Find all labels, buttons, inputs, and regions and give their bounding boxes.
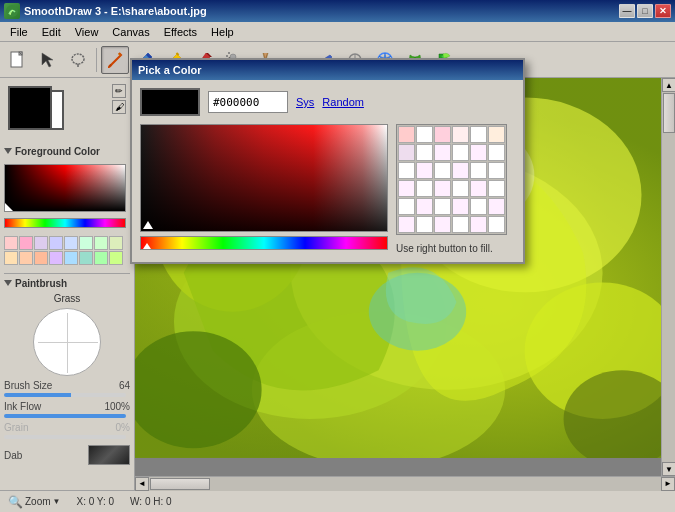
- scroll-track-horizontal[interactable]: [149, 477, 661, 491]
- svg-point-11: [228, 52, 230, 54]
- swatch-cell[interactable]: [416, 162, 433, 179]
- swatch-cell[interactable]: [488, 180, 505, 197]
- swatch-cell[interactable]: [470, 162, 487, 179]
- swatch-cell[interactable]: [488, 198, 505, 215]
- color-cell[interactable]: [4, 251, 18, 265]
- brush-size-value: 64: [119, 380, 130, 391]
- swatch-cell[interactable]: [452, 162, 469, 179]
- tool-select-arrow[interactable]: [34, 46, 62, 74]
- swatch-cell[interactable]: [434, 180, 451, 197]
- color-cell[interactable]: [34, 251, 48, 265]
- swatch-cell[interactable]: [398, 180, 415, 197]
- brush-size-slider[interactable]: [4, 393, 126, 397]
- swatch-cell[interactable]: [452, 144, 469, 161]
- swatch-cell[interactable]: [434, 198, 451, 215]
- swatch-cell[interactable]: [470, 198, 487, 215]
- zoom-control[interactable]: 🔍 Zoom ▼: [8, 495, 60, 509]
- svg-point-5: [72, 54, 84, 64]
- menu-edit[interactable]: Edit: [36, 24, 67, 40]
- color-cell[interactable]: [19, 251, 33, 265]
- color-cell[interactable]: [49, 236, 63, 250]
- menu-canvas[interactable]: Canvas: [106, 24, 155, 40]
- scroll-right-button[interactable]: ►: [661, 477, 675, 491]
- tool-new[interactable]: [4, 46, 32, 74]
- swatch-cell[interactable]: [434, 126, 451, 143]
- scroll-up-button[interactable]: ▲: [662, 78, 675, 92]
- dab-preview[interactable]: [88, 445, 130, 465]
- swatch-cell[interactable]: [398, 162, 415, 179]
- tool-lasso[interactable]: [64, 46, 92, 74]
- app-icon: [4, 3, 20, 19]
- foreground-collapse-arrow[interactable]: [4, 148, 12, 156]
- color-cell[interactable]: [109, 251, 123, 265]
- color-cell[interactable]: [34, 236, 48, 250]
- swatch-cell[interactable]: [434, 144, 451, 161]
- brush-crosshair-h: [38, 342, 98, 343]
- color-gradient-picker[interactable]: [140, 124, 388, 232]
- swatch-cell[interactable]: [434, 162, 451, 179]
- swatch-cell[interactable]: [452, 126, 469, 143]
- menu-help[interactable]: Help: [205, 24, 240, 40]
- ink-flow-slider[interactable]: [4, 414, 126, 418]
- scroll-left-button[interactable]: ◄: [135, 477, 149, 491]
- minimize-button[interactable]: —: [619, 4, 635, 18]
- swatch-cell[interactable]: [398, 216, 415, 233]
- tool-brush[interactable]: [101, 46, 129, 74]
- hex-color-input[interactable]: [208, 91, 288, 113]
- swatch-cell[interactable]: [470, 126, 487, 143]
- color-cell[interactable]: [64, 251, 78, 265]
- color-display: ✏ 🖌: [4, 82, 130, 138]
- color-cell[interactable]: [19, 236, 33, 250]
- maximize-button[interactable]: □: [637, 4, 653, 18]
- swatch-cell[interactable]: [452, 216, 469, 233]
- menu-file[interactable]: File: [4, 24, 34, 40]
- swatch-cell[interactable]: [416, 126, 433, 143]
- swatch-cell[interactable]: [398, 126, 415, 143]
- swatch-cell[interactable]: [488, 162, 505, 179]
- random-link[interactable]: Random: [322, 96, 364, 108]
- swatch-cell[interactable]: [434, 216, 451, 233]
- close-button[interactable]: ✕: [655, 4, 671, 18]
- grain-slider[interactable]: [4, 435, 126, 439]
- color-cell[interactable]: [109, 236, 123, 250]
- mini-tool-icons: ✏ 🖌: [112, 84, 126, 114]
- menu-view[interactable]: View: [69, 24, 105, 40]
- scroll-track-vertical[interactable]: [662, 92, 675, 462]
- mini-brush-icon[interactable]: 🖌: [112, 100, 126, 114]
- swatch-cell[interactable]: [398, 198, 415, 215]
- swatch-cell[interactable]: [470, 180, 487, 197]
- color-cell[interactable]: [94, 236, 108, 250]
- color-picker-main[interactable]: [4, 164, 126, 212]
- color-cell[interactable]: [49, 251, 63, 265]
- paintbrush-collapse-arrow[interactable]: [4, 280, 12, 288]
- swatch-cell[interactable]: [470, 144, 487, 161]
- mini-pencil-icon[interactable]: ✏: [112, 84, 126, 98]
- swatch-cell[interactable]: [488, 216, 505, 233]
- swatch-cell[interactable]: [416, 180, 433, 197]
- swatch-cell[interactable]: [488, 126, 505, 143]
- color-cell[interactable]: [79, 236, 93, 250]
- menu-effects[interactable]: Effects: [158, 24, 203, 40]
- dialog-title-bar[interactable]: Pick a Color: [132, 60, 523, 80]
- swatch-cell[interactable]: [398, 144, 415, 161]
- color-cell[interactable]: [94, 251, 108, 265]
- hue-spectrum-slider[interactable]: [140, 236, 388, 250]
- color-cell[interactable]: [79, 251, 93, 265]
- swatch-cell[interactable]: [470, 216, 487, 233]
- swatch-cell[interactable]: [452, 198, 469, 215]
- scroll-down-button[interactable]: ▼: [662, 462, 675, 476]
- sys-link[interactable]: Sys: [296, 96, 314, 108]
- swatch-cell[interactable]: [488, 144, 505, 161]
- hue-bar-main[interactable]: [4, 218, 126, 228]
- scroll-thumb-vertical[interactable]: [663, 93, 675, 133]
- cursor-position: X: 0 Y: 0: [76, 496, 114, 507]
- scroll-thumb-horizontal[interactable]: [150, 478, 210, 490]
- swatch-cell[interactable]: [416, 198, 433, 215]
- swatch-cell[interactable]: [452, 180, 469, 197]
- color-cell[interactable]: [4, 236, 18, 250]
- swatch-cell[interactable]: [416, 144, 433, 161]
- swatch-cell[interactable]: [416, 216, 433, 233]
- foreground-color-label: Foreground Color: [15, 146, 100, 157]
- color-cell[interactable]: [64, 236, 78, 250]
- foreground-color-box[interactable]: [8, 86, 52, 130]
